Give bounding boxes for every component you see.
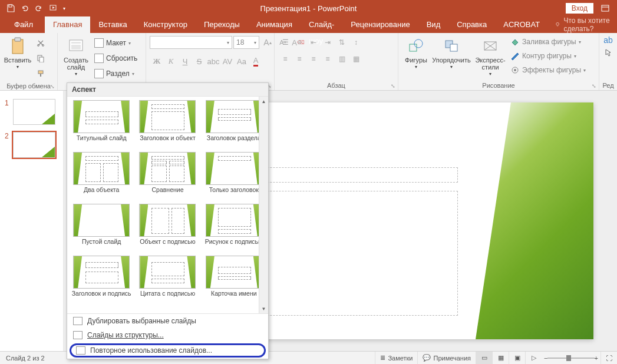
layout-option[interactable]: Цитата с подписью xyxy=(137,256,198,304)
layout-option[interactable]: Рисунок с подписью xyxy=(203,204,265,252)
tab-file[interactable]: Файл xyxy=(2,16,45,33)
text-direction-icon[interactable]: ↕ xyxy=(349,35,363,49)
tab-slideshow[interactable]: Слайд-шоу xyxy=(301,16,342,33)
layout-option[interactable]: Объект с подписью xyxy=(137,204,198,252)
increase-font-icon[interactable]: A▴ xyxy=(260,35,275,49)
tab-transitions[interactable]: Переходы xyxy=(196,16,248,33)
quick-styles-button[interactable]: Экспресс-стили▾ xyxy=(473,35,508,78)
reading-view-icon[interactable]: ▣ xyxy=(509,352,525,365)
font-color-icon[interactable]: A xyxy=(249,54,263,68)
format-painter-icon[interactable] xyxy=(34,67,47,80)
scroll-up-icon[interactable]: ▲ xyxy=(259,97,268,106)
layout-option-label: Рисунок с подписью xyxy=(205,238,263,252)
ribbon-options-icon[interactable] xyxy=(598,5,612,12)
justify-icon[interactable]: ≡ xyxy=(321,52,335,66)
numbering-icon[interactable]: ≡ xyxy=(292,35,306,49)
font-family-combo[interactable]: ▾ xyxy=(150,36,232,49)
bullets-icon[interactable]: ☰ xyxy=(278,35,292,49)
line-spacing-icon[interactable]: ⇅ xyxy=(335,35,349,49)
align-center-icon[interactable]: ≡ xyxy=(292,52,306,66)
shadow-button[interactable]: abc xyxy=(206,54,220,68)
increase-indent-icon[interactable]: ⇥ xyxy=(321,35,335,49)
start-from-beginning-icon[interactable] xyxy=(46,2,60,15)
layout-option[interactable]: Титульный слайд xyxy=(71,100,132,148)
drawing-launcher-icon[interactable]: ⤡ xyxy=(592,83,596,89)
italic-button[interactable]: К xyxy=(164,54,178,68)
svg-rect-13 xyxy=(71,45,81,49)
char-spacing-icon[interactable]: AV xyxy=(220,54,235,68)
layout-option-label: Объект с подписью xyxy=(140,238,195,252)
smartart-icon[interactable]: ▦ xyxy=(349,52,363,66)
undo-icon[interactable] xyxy=(18,2,32,15)
fit-to-window-icon[interactable]: ⛶ xyxy=(600,352,617,365)
shape-effects-button[interactable]: Эффекты фигуры▾ xyxy=(510,64,586,77)
align-right-icon[interactable]: ≡ xyxy=(306,52,321,66)
qat-customize-icon[interactable]: ▾ xyxy=(60,2,68,15)
clipboard-launcher-icon[interactable]: ⤡ xyxy=(50,84,55,90)
gallery-scrollbar[interactable]: ▲ ▼ xyxy=(259,97,268,313)
layout-option[interactable]: Карточка имени xyxy=(203,256,265,304)
slide-theme-accent xyxy=(476,102,593,339)
font-size-combo[interactable]: 18▾ xyxy=(233,36,259,49)
copy-icon[interactable] xyxy=(34,52,47,65)
new-slide-button[interactable]: Создать слайд ▾ xyxy=(61,35,91,78)
paragraph-launcher-icon[interactable]: ⤡ xyxy=(391,83,395,89)
layout-button[interactable]: Макет▾ xyxy=(92,37,140,49)
notes-button[interactable]: ≣Заметки xyxy=(375,352,417,365)
shapes-button[interactable]: Фигуры▾ xyxy=(402,35,430,71)
outline-icon xyxy=(510,52,520,60)
slide-thumbnail[interactable]: 2 xyxy=(0,132,63,158)
layout-option[interactable]: Заголовок раздела xyxy=(203,100,265,148)
decrease-indent-icon[interactable]: ⇤ xyxy=(306,35,321,49)
change-case-icon[interactable]: Aa xyxy=(235,54,249,68)
arrange-icon xyxy=(442,37,461,55)
columns-icon[interactable]: ▥ xyxy=(335,52,349,66)
tab-review[interactable]: Рецензирование xyxy=(342,16,418,33)
slideshow-view-icon[interactable]: ▷ xyxy=(525,352,542,365)
replace-icon[interactable]: ab xyxy=(603,35,613,45)
tab-animations[interactable]: Анимация xyxy=(248,16,301,33)
shape-outline-button[interactable]: Контур фигуры▾ xyxy=(510,49,586,62)
arrange-button[interactable]: Упорядочить▾ xyxy=(430,35,473,71)
tab-view[interactable]: Вид xyxy=(418,16,449,33)
zoom-in-icon[interactable]: + xyxy=(595,355,598,362)
duplicate-slides-item[interactable]: Дублировать выбранные слайды xyxy=(67,314,268,328)
section-button[interactable]: Раздел▾ xyxy=(92,67,140,80)
normal-view-icon[interactable]: ▭ xyxy=(476,352,492,365)
tab-home[interactable]: Главная xyxy=(45,16,90,33)
layout-option[interactable]: Только заголовок xyxy=(203,152,265,200)
paste-button[interactable]: Вставить ▾ xyxy=(4,35,32,71)
scroll-down-icon[interactable]: ▼ xyxy=(259,304,268,313)
underline-button[interactable]: Ч xyxy=(178,54,192,68)
strikethrough-button[interactable]: S xyxy=(192,54,206,68)
comments-icon: 💬 xyxy=(423,354,431,362)
select-icon[interactable] xyxy=(604,48,612,58)
bold-button[interactable]: Ж xyxy=(150,54,164,68)
shape-fill-button[interactable]: Заливка фигуры▾ xyxy=(510,35,586,48)
layout-option[interactable]: Пустой слайд xyxy=(71,204,132,252)
tab-insert[interactable]: Вставка xyxy=(90,16,135,33)
layout-option[interactable]: Два объекта xyxy=(71,152,132,200)
align-left-icon[interactable]: ≡ xyxy=(278,52,292,66)
reuse-slides-item[interactable]: Повторное использование слайдов... xyxy=(70,343,266,358)
comments-button[interactable]: 💬Примечания xyxy=(417,352,476,365)
layout-option[interactable]: Заголовок и подпись xyxy=(71,256,132,304)
cut-icon[interactable] xyxy=(34,37,47,49)
reset-button[interactable]: Сбросить xyxy=(92,52,140,65)
layout-option[interactable]: Заголовок и объект xyxy=(137,100,198,148)
layout-option-label: Карточка имени xyxy=(211,290,257,304)
zoom-slider[interactable]: − + xyxy=(542,352,600,365)
sorter-view-icon[interactable]: ▦ xyxy=(492,352,509,365)
save-icon[interactable] xyxy=(4,2,18,15)
slides-from-outline-item[interactable]: Слайды из структуры... xyxy=(67,328,268,342)
redo-icon[interactable] xyxy=(32,2,46,15)
tab-help[interactable]: Справка xyxy=(448,16,495,33)
layout-option[interactable]: Сравнение xyxy=(137,152,198,200)
tab-acrobat[interactable]: ACROBAT xyxy=(495,16,548,33)
tab-design[interactable]: Конструктор xyxy=(136,16,196,33)
svg-rect-2 xyxy=(602,5,609,11)
tell-me-search[interactable]: Что вы хотите сделать? xyxy=(548,16,617,33)
signin-button[interactable]: Вход xyxy=(566,3,593,14)
svg-rect-10 xyxy=(38,71,43,74)
slide-thumbnail[interactable]: 1 xyxy=(0,99,63,125)
